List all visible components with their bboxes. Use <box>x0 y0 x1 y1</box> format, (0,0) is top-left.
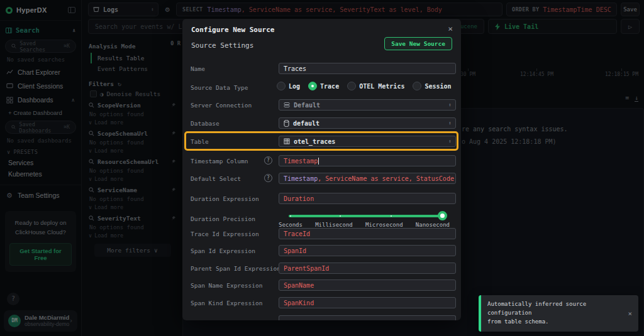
modal-title: Configure New Source <box>191 26 274 34</box>
default-select-input[interactable]: Timestamp, ServiceName as service, Statu… <box>279 173 456 184</box>
server-connection-select[interactable]: Default ▴▾ <box>279 99 456 111</box>
radio-otel-metrics[interactable]: OTEL Metrics <box>347 82 404 90</box>
duration-precision-label: Duration Precision <box>191 215 255 222</box>
configure-source-modal: Configure New Source × Source Settings S… <box>182 19 461 320</box>
span-id-label: Span Id Expression <box>191 247 255 254</box>
select-chevrons-icon: ▴▾ <box>449 121 451 126</box>
radio-trace[interactable]: Trace <box>308 82 339 90</box>
span-kind-label: Span Kind Expression <box>191 300 262 306</box>
toast-notification[interactable]: Automatically inferred source configurat… <box>479 295 638 332</box>
slider-label-nanosecond[interactable]: Nanosecond <box>416 222 450 228</box>
database-value: default <box>293 120 319 127</box>
save-new-source-button[interactable]: Save New Source <box>384 37 452 50</box>
radio-icon <box>347 82 356 90</box>
slider-label-seconds[interactable]: Seconds <box>279 222 303 228</box>
default-select-label: Default Select <box>191 175 241 182</box>
toast-message-line1: Automatically inferred source configurat… <box>487 300 623 318</box>
slider-label-microsecond[interactable]: Microsecond <box>365 222 403 228</box>
span-name-label: Span Name Expression <box>191 282 262 289</box>
server-icon <box>284 102 290 108</box>
radio-selected-icon <box>308 82 317 90</box>
close-icon[interactable]: × <box>448 24 453 33</box>
trace-id-input[interactable]: TraceId <box>279 228 456 239</box>
parent-span-id-input[interactable]: ParentSpanId <box>279 263 456 274</box>
span-kind-input[interactable]: SpanKind <box>279 297 456 308</box>
timestamp-column-input[interactable]: Timestamp <box>279 155 456 166</box>
slider-mark <box>290 215 291 217</box>
slider-thumb[interactable] <box>438 211 447 220</box>
help-icon[interactable]: ? <box>264 174 272 182</box>
slider-mark <box>391 215 392 217</box>
close-icon[interactable]: × <box>623 310 632 318</box>
span-id-input[interactable]: SpanId <box>279 245 456 256</box>
database-select[interactable]: default ▴▾ <box>279 117 456 129</box>
trace-id-label: Trace Id Expression <box>191 230 259 237</box>
radio-icon <box>413 82 421 90</box>
table-label: Table <box>191 138 209 145</box>
radio-session[interactable]: Session <box>413 82 451 90</box>
source-settings-heading: Source Settings <box>191 41 253 50</box>
server-connection-value: Default <box>294 102 320 109</box>
help-icon[interactable]: ? <box>264 156 272 165</box>
parent-span-id-label: Parent Span Id Expression <box>191 265 280 272</box>
span-name-input[interactable]: SpanName <box>279 279 456 291</box>
table-icon <box>284 138 290 144</box>
name-input[interactable]: Traces <box>279 63 456 74</box>
table-value: otel_traces <box>294 138 335 145</box>
slider-track[interactable] <box>289 215 443 217</box>
name-label: Name <box>191 65 205 72</box>
select-chevrons-icon: ▴▾ <box>449 139 451 144</box>
duration-expression-input[interactable]: Duration <box>279 193 456 204</box>
database-label: Database <box>191 120 219 127</box>
database-icon <box>284 120 289 127</box>
timestamp-column-label: Timestamp Column <box>191 158 248 165</box>
slider-mark <box>340 215 341 217</box>
source-data-type-label: Source Data Type <box>191 84 248 91</box>
source-data-type-radios: Log Trace OTEL Metrics Session <box>277 82 452 90</box>
next-field-input-partial[interactable] <box>279 315 456 320</box>
server-connection-label: Server Connection <box>191 102 252 109</box>
toast-message-line2: from table schema. <box>487 318 623 327</box>
radio-log[interactable]: Log <box>277 82 300 90</box>
table-select[interactable]: otel_traces ▴▾ <box>279 136 456 147</box>
select-chevrons-icon: ▴▾ <box>449 103 451 107</box>
text-caret <box>318 158 319 165</box>
radio-icon <box>277 82 286 90</box>
duration-expression-label: Duration Expression <box>191 195 259 202</box>
slider-label-millisecond[interactable]: Millisecond <box>315 222 353 228</box>
